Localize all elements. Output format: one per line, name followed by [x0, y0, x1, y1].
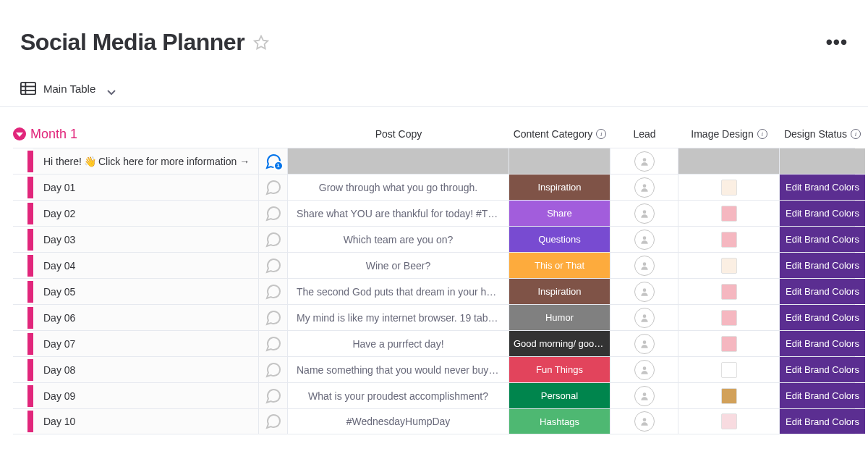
row-handle[interactable]	[27, 385, 33, 407]
chat-cell[interactable]	[259, 175, 288, 200]
content-category-cell[interactable]: Good morning/ good …	[509, 331, 610, 356]
row-name-cell[interactable]: Day 10	[33, 409, 259, 434]
post-copy-cell[interactable]: #WednesdayHumpDay	[288, 409, 509, 434]
post-copy-cell[interactable]: Wine or Beer?	[288, 253, 509, 278]
content-category-cell[interactable]: Personal	[509, 383, 610, 408]
chat-cell[interactable]	[259, 357, 288, 382]
table-row[interactable]: Day 04Wine or Beer?This or ThatEdit Bran…	[13, 252, 855, 278]
post-copy-cell[interactable]: What is your proudest accomplishment?	[288, 383, 509, 408]
row-name-cell[interactable]: Day 03	[33, 227, 259, 252]
lead-cell[interactable]	[610, 201, 678, 226]
column-header-image-design[interactable]: Image Design i	[678, 128, 780, 140]
chat-cell[interactable]	[259, 253, 288, 278]
row-handle[interactable]	[27, 359, 33, 381]
row-handle[interactable]	[27, 333, 33, 355]
group-collapse-icon[interactable]	[13, 127, 26, 140]
row-name-cell[interactable]: Day 06	[33, 305, 259, 330]
content-category-cell[interactable]	[509, 148, 610, 174]
lead-cell[interactable]	[610, 227, 678, 252]
table-row[interactable]: Day 07Have a purrfect day!Good morning/ …	[13, 330, 855, 356]
chat-cell[interactable]	[259, 409, 288, 434]
row-handle[interactable]	[27, 177, 33, 198]
table-row[interactable]: Day 06My mind is like my internet browse…	[13, 304, 855, 330]
image-design-cell[interactable]	[678, 409, 780, 434]
table-row[interactable]: Day 09What is your proudest accomplishme…	[13, 382, 855, 408]
content-category-cell[interactable]: This or That	[509, 253, 610, 278]
row-name-cell[interactable]: Day 08	[33, 357, 259, 382]
post-copy-cell[interactable]: The second God puts that dream in your h…	[288, 279, 509, 304]
design-status-cell[interactable]: Edit Brand Colors	[780, 409, 865, 434]
row-handle[interactable]	[27, 151, 33, 172]
content-category-cell[interactable]: Humor	[509, 305, 610, 330]
lead-cell[interactable]	[610, 175, 678, 200]
row-name-cell[interactable]: Day 04	[33, 253, 259, 278]
row-handle[interactable]	[27, 281, 33, 303]
row-handle[interactable]	[27, 255, 33, 277]
chat-cell[interactable]	[259, 383, 288, 408]
design-status-cell[interactable]: Edit Brand Colors	[780, 305, 865, 330]
table-row[interactable]: Day 08Name something that you would neve…	[13, 356, 855, 382]
lead-cell[interactable]	[610, 331, 678, 356]
column-header-post-copy[interactable]: Post Copy	[288, 128, 509, 140]
row-handle[interactable]	[27, 411, 33, 432]
lead-cell[interactable]	[610, 253, 678, 278]
table-row[interactable]: Day 02Share what YOU are thankful for to…	[13, 200, 855, 226]
design-status-cell[interactable]: Edit Brand Colors	[780, 253, 865, 278]
table-row[interactable]: Day 03Which team are you on?QuestionsEdi…	[13, 226, 855, 252]
design-status-cell[interactable]: Edit Brand Colors	[780, 201, 865, 226]
table-row[interactable]: Day 05The second God puts that dream in …	[13, 278, 855, 304]
column-header-content-category[interactable]: Content Category i	[509, 128, 610, 140]
row-name-cell[interactable]: Day 05	[33, 279, 259, 304]
row-name-cell[interactable]: Day 09	[33, 383, 259, 408]
content-category-cell[interactable]: Share	[509, 201, 610, 226]
column-header-lead[interactable]: Lead	[610, 128, 678, 140]
table-row[interactable]: Day 01Grow through what you go through.I…	[13, 174, 855, 200]
row-name-cell[interactable]: Hi there! 👋Click here for more informati…	[33, 148, 259, 174]
chevron-down-icon[interactable]	[107, 85, 116, 91]
lead-cell[interactable]	[610, 305, 678, 330]
post-copy-cell[interactable]: Have a purrfect day!	[288, 331, 509, 356]
content-category-cell[interactable]: Fun Things	[509, 357, 610, 382]
star-icon[interactable]	[253, 35, 269, 51]
more-menu-icon[interactable]: •••	[826, 31, 848, 54]
chat-cell[interactable]	[259, 305, 288, 330]
group-title[interactable]: Month 1	[30, 127, 77, 142]
content-category-cell[interactable]: Questions	[509, 227, 610, 252]
row-name-cell[interactable]: Day 01	[33, 175, 259, 200]
chat-cell[interactable]	[259, 279, 288, 304]
info-icon[interactable]: i	[596, 129, 606, 139]
lead-cell[interactable]	[610, 148, 678, 174]
design-status-cell[interactable]	[780, 148, 865, 174]
design-status-cell[interactable]: Edit Brand Colors	[780, 357, 865, 382]
design-status-cell[interactable]: Edit Brand Colors	[780, 279, 865, 304]
row-name-cell[interactable]: Day 02	[33, 201, 259, 226]
page-title[interactable]: Social Media Planner	[20, 29, 244, 56]
design-status-cell[interactable]: Edit Brand Colors	[780, 175, 865, 200]
image-design-cell[interactable]	[678, 383, 780, 408]
image-design-cell[interactable]	[678, 201, 780, 226]
chat-cell[interactable]: 1	[259, 148, 288, 174]
post-copy-cell[interactable]: My mind is like my internet browser. 19 …	[288, 305, 509, 330]
post-copy-cell[interactable]	[288, 148, 509, 174]
row-name-cell[interactable]: Day 07	[33, 331, 259, 356]
column-header-design-status[interactable]: Design Status i	[780, 128, 865, 140]
lead-cell[interactable]	[610, 357, 678, 382]
image-design-cell[interactable]	[678, 357, 780, 382]
image-design-cell[interactable]	[678, 175, 780, 200]
info-icon[interactable]: i	[757, 129, 767, 139]
post-copy-cell[interactable]: Which team are you on?	[288, 227, 509, 252]
post-copy-cell[interactable]: Grow through what you go through.	[288, 175, 509, 200]
design-status-cell[interactable]: Edit Brand Colors	[780, 227, 865, 252]
row-handle[interactable]	[27, 307, 33, 329]
chat-cell[interactable]	[259, 201, 288, 226]
lead-cell[interactable]	[610, 409, 678, 434]
image-design-cell[interactable]	[678, 148, 780, 174]
content-category-cell[interactable]: Inspiration	[509, 175, 610, 200]
post-copy-cell[interactable]: Name something that you would never buy …	[288, 357, 509, 382]
lead-cell[interactable]	[610, 383, 678, 408]
image-design-cell[interactable]	[678, 331, 780, 356]
view-tab[interactable]: Main Table	[0, 56, 868, 102]
chat-cell[interactable]	[259, 227, 288, 252]
image-design-cell[interactable]	[678, 279, 780, 304]
design-status-cell[interactable]: Edit Brand Colors	[780, 383, 865, 408]
